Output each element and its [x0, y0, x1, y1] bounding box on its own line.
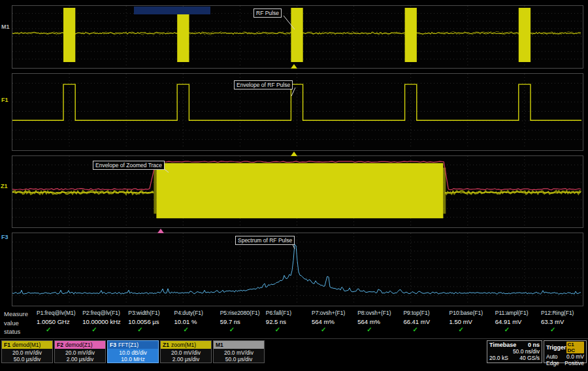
oscilloscope-screen: M1 F1 Z1 F3 RF Pulse Envelope of RF Puls…: [0, 0, 588, 371]
measure-param-header: P12:Ring(F1): [541, 310, 587, 316]
measure-param-2[interactable]: P2:freq@lv(F1)10.00000 kHz✓: [82, 310, 128, 333]
measure-param-6[interactable]: P6:fall(F1)92.5 ns✓: [266, 310, 312, 333]
measure-table: Measure value status P1:freq@lv(M1)1.005…: [0, 310, 588, 338]
channel-descriptor-z1[interactable]: Z1zoom(M1)20.0 mV/div2.00 µs/div: [160, 340, 212, 363]
measure-param-8[interactable]: P8:ovsh+(F1)564 m%✓: [357, 310, 403, 333]
measure-param-9[interactable]: P9:top(F1)66.41 mV✓: [403, 310, 449, 333]
channel-descriptor-f1[interactable]: F1demod(M1)20.0 mV/div50.0 µs/div: [1, 340, 53, 363]
waveform-panel-rf-pulse[interactable]: [12, 5, 583, 69]
measure-param-header: P9:top(F1): [403, 310, 449, 316]
measure-param-status-icon: ✓: [312, 326, 357, 333]
trigger-title: Trigger: [546, 344, 566, 351]
measure-param-value: 1.50 mV: [449, 318, 495, 325]
timebase-scale: 50.0 ns/div: [513, 348, 540, 355]
measure-param-header: P10:base(F1): [449, 310, 495, 316]
trigger-panel[interactable]: Trigger C1 DC Auto 0.0 mV Edge Positive: [544, 340, 587, 363]
channel-id-badge: M1: [216, 342, 223, 348]
channel-descriptors: F1demod(M1)20.0 mV/div50.0 µs/divF2demod…: [1, 340, 265, 363]
channel-horizontal-scale: 2.00 µs/div: [67, 356, 93, 363]
waveform-panel-envelope[interactable]: [12, 73, 583, 151]
timebase-sample-rate: 40 GS/s: [519, 355, 540, 361]
value-row-label: value: [4, 319, 19, 327]
trigger-source-badge: C1 DC: [566, 342, 584, 353]
measure-param-status-icon: ✓: [174, 326, 220, 333]
channel-vertical-scale: 20.0 mV/div: [12, 349, 42, 356]
channel-horizontal-scale: 10.0 MHz: [121, 356, 144, 363]
measure-param-header: P1:freq@lv(M1): [37, 310, 82, 316]
trigger-position-marker[interactable]: [291, 64, 297, 69]
channel-function-label: zoom(M1): [171, 342, 196, 348]
measure-param-status-icon: ✓: [541, 326, 587, 333]
channel-id-badge: F2: [57, 342, 63, 348]
measure-param-header: P7:ovsh+(F1): [312, 310, 357, 316]
measure-param-status-icon: ✓: [37, 326, 82, 333]
measure-param-header: P3:width(F1): [128, 310, 174, 316]
measure-param-value: 66.41 mV: [403, 318, 449, 325]
measure-param-header: P11:ampl(F1): [495, 310, 541, 316]
channel-horizontal-scale: 50.0 µs/div: [14, 356, 41, 363]
channel-horizontal-scale: 50.0 µs/div: [225, 356, 252, 363]
measure-param-header: P5:rise2080(F1): [220, 310, 266, 316]
measure-param-header: P4:duty(F1): [174, 310, 220, 316]
measure-param-7[interactable]: P7:ovsh+(F1)564 m%✓: [312, 310, 357, 333]
measure-param-value: 564 m%: [357, 318, 403, 325]
measure-param-status-icon: ✓: [82, 326, 128, 333]
trigger-slope: Positive: [564, 360, 584, 366]
channel-vertical-scale: 20.0 mV/div: [224, 349, 253, 356]
trace-label-z1[interactable]: Z1: [1, 183, 8, 189]
channel-id-badge: F3: [110, 342, 116, 348]
measure-columns: P1:freq@lv(M1)1.0050 GHz✓P2:freq@lv(F1)1…: [37, 310, 587, 333]
measure-param-value: 92.5 ns: [266, 318, 312, 325]
selection-highlight: [134, 7, 210, 14]
waveform-panel-spectrum[interactable]: [12, 233, 583, 306]
measure-row-label: Measure: [4, 310, 28, 317]
channel-descriptor-f3[interactable]: F3FFT(Z1)10.0 dB/div10.0 MHz: [107, 340, 159, 363]
channel-descriptor-m1[interactable]: M120.0 mV/div50.0 µs/div: [213, 340, 265, 363]
channel-descriptor-f2[interactable]: F2demod(Z1)20.0 mV/div2.00 µs/div: [54, 340, 106, 363]
measure-param-value: 64.91 mV: [495, 318, 541, 325]
measure-param-value: 10.0056 µs: [128, 318, 174, 325]
channel-horizontal-scale: 2.00 µs/div: [172, 356, 199, 363]
measure-param-status-icon: ✓: [128, 326, 174, 333]
measure-param-status-icon: ✓: [220, 326, 266, 333]
channel-function-label: demod(Z1): [65, 342, 93, 348]
status-row-label: status: [4, 328, 20, 335]
timebase-offset: 0 ns: [528, 342, 540, 348]
trigger-position-marker-2[interactable]: [291, 152, 297, 156]
channel-function-label: FFT(Z1): [118, 342, 139, 348]
measure-param-value: 63.3 mV: [541, 318, 587, 325]
timebase-title: Timebase: [489, 342, 516, 348]
zoom-position-marker[interactable]: [157, 229, 164, 233]
measure-param-11[interactable]: P11:ampl(F1)64.91 mV✓: [495, 310, 541, 333]
trace-label-f3[interactable]: F3: [1, 234, 8, 240]
measure-param-3[interactable]: P3:width(F1)10.0056 µs✓: [128, 310, 174, 333]
trace-label-m1[interactable]: M1: [1, 24, 10, 30]
measure-param-status-icon: ✓: [266, 326, 312, 333]
channel-id-badge: Z1: [163, 342, 169, 348]
measure-param-4[interactable]: P4:duty(F1)10.01 %✓: [174, 310, 220, 333]
channel-vertical-scale: 10.0 dB/div: [119, 349, 147, 356]
measure-param-10[interactable]: P10:base(F1)1.50 mV✓: [449, 310, 495, 333]
channel-vertical-scale: 20.0 mV/div: [65, 349, 95, 356]
trigger-type: Edge: [546, 360, 559, 366]
measure-param-header: P6:fall(F1): [266, 310, 312, 316]
annotation-envelope-zoomed-trace: Envelope of Zoomed Trace: [93, 161, 165, 170]
trigger-mode: Auto: [546, 353, 558, 360]
measure-param-status-icon: ✓: [449, 326, 495, 333]
timebase-panel[interactable]: Timebase 0 ns 50.0 ns/div 20.0 kS 40 GS/…: [487, 340, 542, 363]
channel-id-badge: F1: [4, 342, 10, 348]
measure-param-12[interactable]: P12:Ring(F1)63.3 mV✓: [541, 310, 587, 333]
measure-param-status-icon: ✓: [403, 326, 449, 333]
measure-param-status-icon: ✓: [495, 326, 541, 333]
annotation-rf-pulse: RF Pulse: [253, 8, 282, 18]
measure-param-header: P2:freq@lv(F1): [82, 310, 128, 316]
measure-param-5[interactable]: P5:rise2080(F1)59.7 ns✓: [220, 310, 266, 333]
trace-label-f1[interactable]: F1: [1, 97, 8, 103]
channel-function-label: demod(M1): [12, 342, 41, 348]
annotation-spectrum-rf-pulse: Spectrum of RF Pulse: [235, 236, 295, 245]
divider: [0, 338, 588, 339]
measure-param-1[interactable]: P1:freq@lv(M1)1.0050 GHz✓: [37, 310, 82, 333]
measure-param-value: 564 m%: [312, 318, 357, 325]
channel-vertical-scale: 20.0 mV/div: [171, 349, 201, 356]
measure-param-value: 59.7 ns: [220, 318, 266, 325]
